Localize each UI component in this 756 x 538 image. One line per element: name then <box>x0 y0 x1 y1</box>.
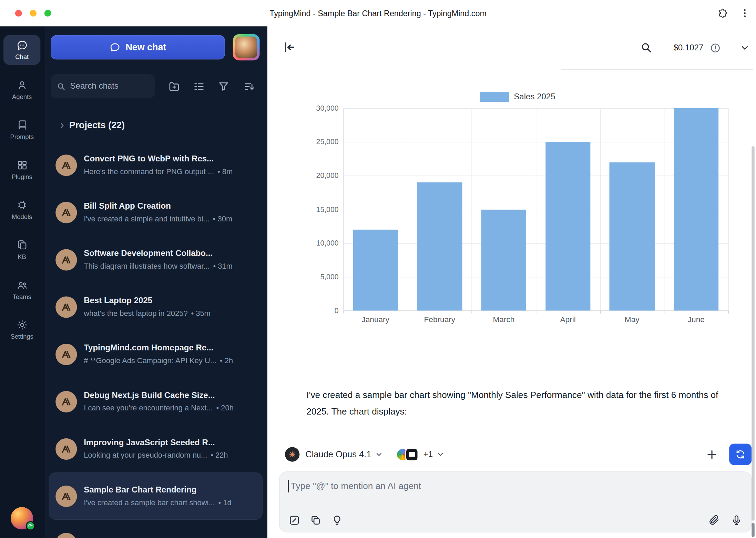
axis-tick <box>600 311 600 313</box>
templates-button[interactable] <box>310 514 321 526</box>
suggestions-button[interactable] <box>331 514 343 526</box>
overflow-menu-icon[interactable] <box>739 8 750 19</box>
x-axis-label: January <box>344 316 408 324</box>
chat-title: Software Development Collabo... <box>84 249 260 258</box>
add-attachment-button[interactable] <box>705 448 718 461</box>
y-axis-tick-label: 10,000 <box>307 239 339 247</box>
y-axis-tick-label: 5,000 <box>307 272 339 281</box>
attach-file-button[interactable] <box>708 514 720 526</box>
anthropic-avatar <box>55 391 77 412</box>
filter-funnel-icon <box>218 80 229 92</box>
chat-list-item[interactable]: Best Laptop 2025 what's the best laptop … <box>44 283 267 330</box>
projects-toggle[interactable]: Projects (22) <box>59 118 125 132</box>
model-selector[interactable]: Claude Opus 4.1 <box>285 447 384 461</box>
axis-tick <box>664 311 664 313</box>
axis-tick <box>472 311 472 313</box>
chat-time: • 22h <box>211 451 228 460</box>
anthropic-avatar <box>55 202 77 223</box>
text-cursor <box>288 480 289 492</box>
chart-gridline <box>408 108 408 311</box>
y-axis-tick-label: 0 <box>307 306 339 315</box>
scrollbar[interactable] <box>752 146 754 521</box>
kb-icon <box>16 239 28 251</box>
chat-list-item[interactable]: Sample Bar Chart Rendering I've created … <box>49 472 263 520</box>
sort-icon <box>243 80 255 92</box>
chat-list-item[interactable]: Add Dark Mode to PluginPermi... <box>44 520 267 538</box>
anthropic-avatar <box>55 532 77 538</box>
chat-preview: I've created a sample bar chart showi... <box>84 498 215 507</box>
x-axis-label: June <box>664 316 728 324</box>
x-axis-label: April <box>536 316 600 324</box>
x-axis-label: March <box>472 316 536 324</box>
extensions-icon[interactable] <box>717 8 729 19</box>
nav-item-agents[interactable]: Agents <box>3 75 40 105</box>
chart-gridline <box>664 108 664 311</box>
new-folder-button[interactable] <box>164 77 184 96</box>
new-chat-button[interactable]: New chat <box>51 35 225 60</box>
edit-prompt-button[interactable] <box>288 514 300 526</box>
edit-square-icon <box>288 514 300 526</box>
filter-button[interactable] <box>214 77 234 96</box>
bar-february <box>417 182 462 311</box>
sidebar: New chat Projects (22) <box>44 26 267 538</box>
chat-time: • 35m <box>191 309 210 318</box>
chat-list-item[interactable]: TypingMind.com Homepage Re... # **Google… <box>44 330 267 378</box>
warning-icon <box>710 42 721 53</box>
collapse-sidebar-button[interactable] <box>281 40 296 54</box>
legend-swatch <box>480 92 509 102</box>
chat-title: Convert PNG to WebP with Res... <box>84 154 260 164</box>
nav-item-models[interactable]: Models <box>3 195 40 225</box>
chat-list: Convert PNG to WebP with Res... Here's t… <box>44 141 267 538</box>
chat-input[interactable]: Type "@" to mention an AI agent <box>279 471 752 532</box>
chat-title: Best Laptop 2025 <box>84 296 260 306</box>
titlebar: TypingMind - Sample Bar Chart Rendering … <box>0 0 756 26</box>
bar-june <box>674 108 718 311</box>
claude-model-icon <box>285 447 299 461</box>
nav-item-settings[interactable]: Settings <box>3 315 40 345</box>
nav-item-prompts[interactable]: Prompts <box>3 115 40 145</box>
chat-list-item[interactable]: Software Development Collabo... This dia… <box>44 236 267 283</box>
chat-list-item[interactable]: Convert PNG to WebP with Res... Here's t… <box>44 141 267 189</box>
user-avatar[interactable]: ⟳ <box>11 507 33 529</box>
usage-dropdown[interactable]: $0.1027 <box>673 26 750 69</box>
new-chat-bubble-icon <box>110 42 120 53</box>
voice-input-button[interactable] <box>731 514 742 526</box>
assistant-message: I've created a sample bar chart showing … <box>306 387 735 420</box>
axis-tick <box>344 311 344 313</box>
search-messages-button[interactable] <box>640 41 652 53</box>
profile-avatar[interactable] <box>233 34 260 60</box>
nav-item-plugins[interactable]: Plugins <box>3 155 40 185</box>
x-axis-label: February <box>408 316 472 324</box>
chat-list-item[interactable]: Bill Split App Creation I've created a s… <box>44 189 267 236</box>
nav-item-chat[interactable]: Chat <box>3 35 40 65</box>
sort-button[interactable] <box>239 77 259 96</box>
paperclip-icon <box>708 514 720 526</box>
header-divider <box>561 69 753 70</box>
plugin-icon <box>405 448 418 461</box>
regenerate-button[interactable] <box>729 444 752 465</box>
chevron-down-icon <box>739 42 750 53</box>
projects-label: Projects (22) <box>69 120 125 131</box>
chat-list-item[interactable]: Improving JavaScript Seeded R... Looking… <box>44 425 267 472</box>
nav-item-teams[interactable]: Teams <box>3 275 40 305</box>
search-icon <box>57 82 66 91</box>
bar-may <box>610 162 654 310</box>
chat-title: Bill Split App Creation <box>84 201 260 211</box>
collapse-left-icon <box>281 40 296 54</box>
chat-preview: what's the best laptop in 2025? <box>84 309 187 318</box>
search-chats-input[interactable] <box>70 81 149 91</box>
lightbulb-icon <box>331 514 343 526</box>
bar-january <box>353 230 398 311</box>
chat-list-item[interactable]: Debug Next.js Build Cache Size... I can … <box>44 378 267 425</box>
main-content: $0.1027 Sales 2025 05,00010,00015,00020,… <box>267 26 756 538</box>
chat-time: • 1d <box>218 498 232 507</box>
plugins-selector[interactable]: +1 <box>396 448 445 461</box>
nav-item-kb[interactable]: KB <box>3 235 40 265</box>
bar-march <box>481 209 526 310</box>
chat-time: • 31m <box>213 262 232 270</box>
chart-gridline <box>600 108 600 311</box>
axis-tick <box>536 311 536 313</box>
chat-icon <box>16 40 28 51</box>
scrollbar-thumb[interactable] <box>752 522 754 537</box>
bulk-select-button[interactable] <box>189 77 209 96</box>
